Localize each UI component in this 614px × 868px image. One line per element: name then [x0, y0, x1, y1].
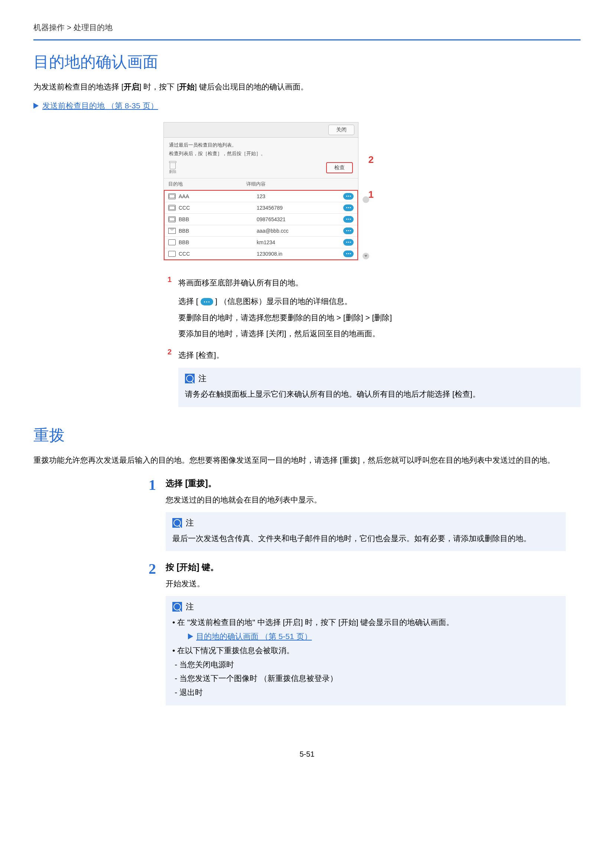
note-bullet: 在以下情况下重拨信息会被取消。 [173, 643, 559, 657]
info-icon[interactable] [343, 193, 354, 200]
step-sub: 要删除目的地时，请选择您想要删除的目的地 > [删除] > [删除] [178, 310, 581, 325]
table-row[interactable]: CCC123456789 [165, 202, 358, 214]
step-text: 选择 [检查]。 [178, 348, 224, 363]
column-destination: 目的地 [164, 178, 242, 190]
fax-icon [168, 193, 176, 199]
big-step-1: 1 [134, 477, 156, 552]
info-icon[interactable] [343, 251, 354, 257]
table-row[interactable]: BBBkm1234 [165, 237, 358, 248]
screenshot-confirmation: 关闭 通过最后一员检查目的地列表。 检查列表后，按［检查］，然后按［开始］。 删… [163, 122, 372, 260]
scrollbar[interactable] [362, 196, 370, 259]
step-sub: 要添加目的地时，请选择 [关闭]，然后返回至目的地画面。 [178, 326, 581, 341]
fax-icon [168, 205, 176, 211]
info-icon[interactable] [343, 205, 354, 211]
column-detail: 详细内容 [242, 178, 358, 190]
panel-message-1: 通过最后一员检查目的地列表。 [164, 138, 358, 150]
info-icon[interactable] [343, 228, 354, 234]
note-label: 注 [198, 373, 207, 384]
big-step-2: 2 [134, 561, 156, 705]
redial-intro: 重拨功能允许您再次发送最后输入的目的地。您想要将图像发送至同一目的地时，请选择 … [33, 453, 581, 467]
step2-text: 开始发送。 [166, 577, 566, 591]
mail-icon [168, 228, 176, 234]
destination-list: AAA123 CCC123456789 BBB0987654321 BBBaaa… [164, 190, 358, 260]
xref-confirmation-screen[interactable]: 目的地的确认画面 （第 5-51 页） [196, 629, 312, 643]
info-icon[interactable] [343, 216, 354, 223]
note-text: 请务必在触摸面板上显示它们来确认所有目的地。确认所有目的地后才能选择 [检查]。 [185, 387, 574, 401]
folder-icon [168, 251, 176, 257]
note-dash: 当您关闭电源时 [173, 657, 559, 672]
heading-redial: 重拨 [33, 425, 581, 446]
note-label: 注 [186, 517, 194, 529]
close-button[interactable]: 关闭 [328, 125, 354, 135]
note-icon [173, 602, 182, 612]
xref-check-destination[interactable]: 发送前检查目的地 （第 8-35 页） [42, 101, 158, 111]
breadcrumb: 机器操作 > 处理目的地 [33, 22, 581, 40]
step-sub: 选择 [ ] （信息图标）显示目的地的详细信息。 [178, 294, 581, 309]
table-row[interactable]: BBBaaa@bbb.ccc [165, 225, 358, 237]
heading-confirmation-screen: 目的地的确认画面 [33, 51, 581, 72]
step-number-1: 1 [163, 275, 172, 290]
intro-text: 为发送前检查目的地选择 [开启] 时，按下 [开始] 键后会出现目的地的确认画面… [33, 80, 581, 94]
arrow-icon [188, 634, 193, 639]
table-row[interactable]: CCC1230908.in [165, 248, 358, 259]
note-bullet: 在 "发送前检查目的地" 中选择 [开启] 时，按下 [开始] 键会显示目的地确… [173, 615, 559, 629]
info-icon [201, 298, 213, 305]
table-row[interactable]: AAA123 [165, 191, 358, 202]
step-text: 将画面移至底部并确认所有目的地。 [178, 275, 303, 290]
callout-1: 1 [368, 189, 374, 200]
arrow-icon [33, 103, 39, 109]
table-row[interactable]: BBB0987654321 [165, 214, 358, 225]
note-label: 注 [186, 601, 194, 612]
note-icon [185, 374, 194, 383]
note-dash: 退出时 [173, 685, 559, 699]
step1-text: 您发送过的目的地就会在目的地列表中显示。 [166, 493, 566, 507]
step2-title: 按 [开始] 键。 [166, 561, 566, 573]
note-text: 最后一次发送包含传真、文件夹和电子邮件目的地时，它们也会显示。如有必要，请添加或… [173, 532, 559, 546]
trash-icon[interactable] [169, 161, 176, 169]
note-dash: 当您发送下一个图像时 （新重拨信息被登录） [173, 671, 559, 685]
step-number-2: 2 [163, 348, 172, 363]
panel-message-2: 检查列表后，按［检查］，然后按［开始］。 [164, 150, 358, 159]
fax-icon [168, 216, 176, 222]
check-button[interactable]: 检查 [326, 162, 353, 173]
page-number: 5-51 [33, 750, 581, 758]
step1-title: 选择 [重拨]。 [166, 477, 566, 489]
callout-2: 2 [368, 154, 374, 166]
note-icon [173, 518, 182, 528]
info-icon[interactable] [343, 239, 354, 246]
folder-icon [168, 239, 176, 245]
